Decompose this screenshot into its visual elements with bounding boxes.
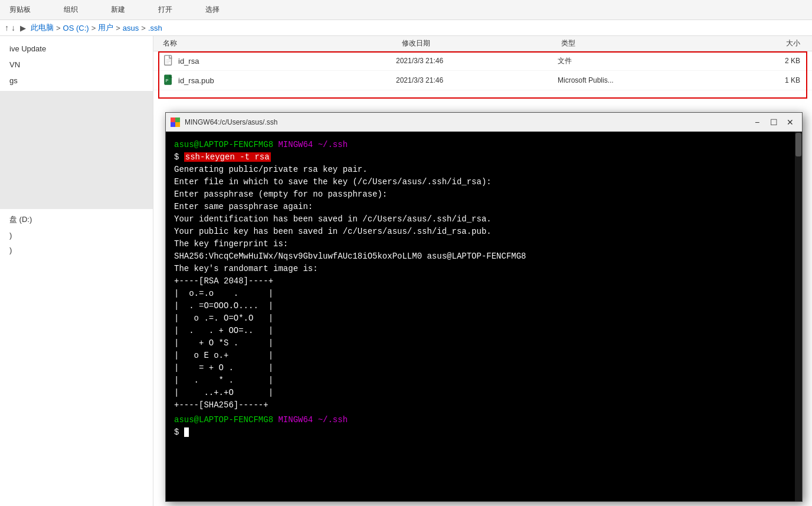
- pub-file-icon: P: [163, 74, 175, 86]
- breadcrumb-asus[interactable]: asus: [123, 24, 139, 32]
- file-type-pub: Microsoft Publis...: [558, 76, 719, 84]
- file-type: 文件: [558, 56, 719, 66]
- terminal-output-19: +----[SHA256]-----+: [174, 399, 794, 412]
- svg-rect-7: [175, 117, 180, 122]
- breadcrumb-users[interactable]: 用户: [98, 22, 113, 33]
- file-size: 2 KB: [719, 57, 812, 65]
- terminal-command: ssh-keygen -t rsa: [184, 152, 271, 162]
- terminal-output-13: | . . + OO=.. |: [174, 325, 794, 337]
- breadcrumb-sep2: >: [91, 24, 96, 32]
- terminal-cursor-line: $: [174, 426, 794, 439]
- terminal-user-1: asus@LAPTOP-FENCFMG8: [174, 140, 273, 149]
- terminal-body[interactable]: asus@LAPTOP-FENCFMG8 MINGW64 ~/.ssh $ ss…: [166, 132, 802, 501]
- terminal-output-18: | ..+.+O |: [174, 387, 794, 399]
- terminal-prompt-2: asus@LAPTOP-FENCFMG8 MINGW64 ~/.ssh: [174, 414, 794, 426]
- terminal-output-8: The key's randomart image is:: [174, 263, 794, 275]
- terminal-titlebar: MINGW64:/c/Users/asus/.ssh − ☐ ✕: [166, 113, 802, 132]
- sidebar-item-label-vn: VN: [9, 60, 20, 69]
- terminal-minimize-button[interactable]: −: [750, 115, 764, 129]
- terminal-output-5: Your public key has been saved in /c/Use…: [174, 226, 794, 238]
- table-row[interactable]: id_rsa 2021/3/3 21:46 文件 2 KB: [153, 51, 812, 71]
- terminal-output-11: | . =O=OOO.O.... |: [174, 300, 794, 312]
- toolbar: 剪贴板 组织 新建 打开 选择: [0, 0, 812, 20]
- breadcrumb-sep3: >: [116, 24, 120, 32]
- terminal-output-3: Enter same passphrase again:: [174, 201, 794, 213]
- toolbar-new[interactable]: 新建: [106, 2, 130, 17]
- svg-rect-9: [175, 122, 180, 127]
- breadcrumb-drive[interactable]: OS (C:): [63, 24, 89, 32]
- terminal-output-9: +----[RSA 2048]----+: [174, 275, 794, 288]
- terminal-output-16: | = + O . |: [174, 362, 794, 374]
- file-size-pub: 1 KB: [719, 76, 812, 84]
- sidebar-item-live-update[interactable]: ive Update: [0, 41, 153, 57]
- toolbar-clipboard[interactable]: 剪贴板: [5, 2, 35, 17]
- terminal-output-12: | o .=. O=O*.O |: [174, 312, 794, 325]
- col-name-header[interactable]: 名称: [153, 38, 402, 48]
- sidebar-item-paren2[interactable]: ): [0, 243, 153, 257]
- breadcrumb-sep4: >: [141, 24, 146, 32]
- terminal-maximize-button[interactable]: ☐: [767, 115, 781, 129]
- file-name-pub: id_rsa.pub: [178, 76, 214, 85]
- breadcrumb: ↑ ↓ ▶ 此电脑 > OS (C:) > 用户 > asus > .ssh: [0, 20, 812, 36]
- table-row[interactable]: P id_rsa.pub 2021/3/3 21:46 Microsoft Pu…: [153, 71, 812, 90]
- svg-rect-0: [165, 56, 172, 65]
- sidebar-drive-label: 盘 (D:): [9, 215, 32, 224]
- col-size-header[interactable]: 大小: [721, 38, 812, 48]
- column-headers: 名称 修改日期 类型 大小: [153, 36, 812, 51]
- svg-text:P: P: [166, 78, 169, 83]
- terminal-user-2: asus@LAPTOP-FENCFMG8: [174, 415, 273, 425]
- file-name: id_rsa: [178, 57, 199, 66]
- breadcrumb-sep1: >: [56, 24, 61, 32]
- terminal-output-0: Generating public/private rsa key pair.: [174, 164, 794, 176]
- terminal-app-icon: [171, 117, 180, 127]
- file-date: 2021/3/3 21:46: [396, 57, 558, 65]
- toolbar-open[interactable]: 打开: [153, 2, 177, 17]
- terminal-title: MINGW64:/c/Users/asus/.ssh: [185, 118, 750, 126]
- breadcrumb-computer[interactable]: 此电脑: [31, 22, 54, 33]
- terminal-output-2: Enter passphrase (empty for no passphras…: [174, 188, 794, 201]
- terminal-output-15: | o E o.+ |: [174, 350, 794, 362]
- breadcrumb-back-icon[interactable]: ↑: [5, 23, 9, 32]
- terminal-output-4: Your identification has been saved in /c…: [174, 213, 794, 226]
- col-type-header[interactable]: 类型: [561, 38, 721, 48]
- sidebar-item-label: ive Update: [9, 44, 46, 53]
- file-icon: [163, 55, 175, 67]
- sidebar-item-vn[interactable]: VN: [0, 57, 153, 73]
- terminal-dir-2: MINGW64 ~/.ssh: [278, 415, 348, 425]
- sidebar-item-paren1[interactable]: ): [0, 228, 153, 243]
- toolbar-select[interactable]: 选择: [201, 2, 224, 17]
- terminal-window: MINGW64:/c/Users/asus/.ssh − ☐ ✕ asus@LA…: [165, 112, 803, 502]
- terminal-output-10: | o.=.o . |: [174, 288, 794, 300]
- toolbar-organize[interactable]: 组织: [59, 2, 83, 17]
- terminal-output-1: Enter file in which to save the key (/c/…: [174, 176, 794, 188]
- terminal-controls: − ☐ ✕: [750, 115, 797, 129]
- sidebar-item-gs[interactable]: gs: [0, 73, 153, 89]
- terminal-output-6: The key fingerprint is:: [174, 238, 794, 250]
- terminal-dir-1: MINGW64 ~/.ssh: [278, 140, 348, 149]
- terminal-output-14: | + O *S . |: [174, 337, 794, 350]
- col-date-header[interactable]: 修改日期: [402, 38, 561, 48]
- terminal-output-7: SHA256:VhcqCeMwHuIWx/Nqsv9GbvluwfAUc18iO…: [174, 250, 794, 263]
- terminal-close-button[interactable]: ✕: [783, 115, 797, 129]
- sidebar: ive Update VN gs 盘 (D:) ) ): [0, 36, 153, 506]
- terminal-scrollbar[interactable]: [795, 132, 802, 501]
- sidebar-item-label-gs: gs: [9, 76, 18, 85]
- terminal-command-line: $ ssh-keygen -t rsa: [174, 151, 794, 164]
- breadcrumb-ssh[interactable]: .ssh: [148, 24, 162, 32]
- svg-rect-6: [171, 117, 175, 122]
- terminal-output-17: | . * . |: [174, 374, 794, 387]
- sidebar-drive-d[interactable]: 盘 (D:): [0, 211, 153, 228]
- file-date-pub: 2021/3/3 21:46: [396, 76, 558, 84]
- svg-rect-8: [171, 122, 175, 127]
- terminal-prompt-1: asus@LAPTOP-FENCFMG8 MINGW64 ~/.ssh: [174, 139, 794, 151]
